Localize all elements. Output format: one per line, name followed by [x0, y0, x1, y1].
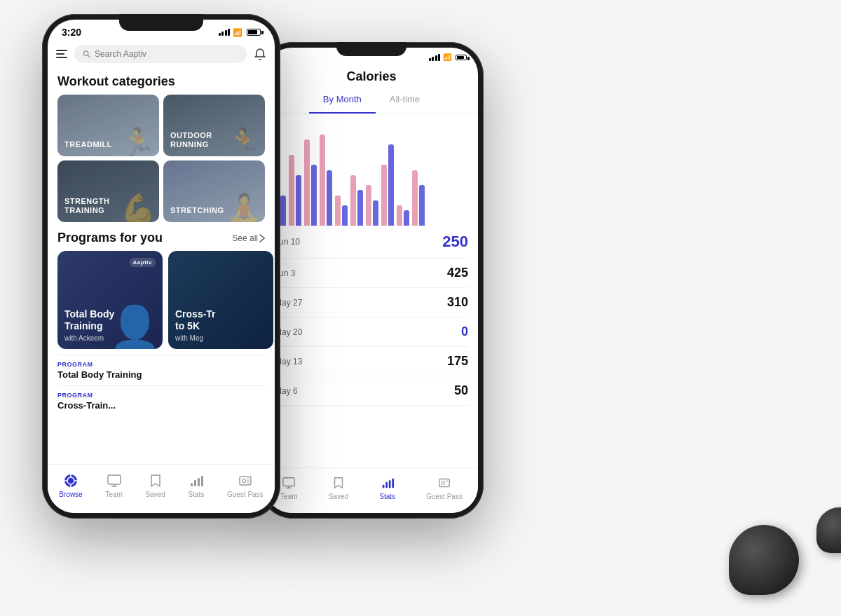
saved-icon: [148, 473, 163, 488]
pink-bar-2: [304, 139, 310, 226]
pink-bar-4: [335, 196, 341, 226]
stats-row-4: May 13175: [275, 347, 468, 376]
back-guestpass-label: Guest Pass: [426, 493, 463, 500]
browse-label: Browse: [59, 491, 82, 498]
stats-icon: [189, 473, 204, 488]
svg-rect-11: [191, 483, 193, 486]
svg-line-1: [88, 55, 90, 57]
svg-rect-24: [385, 482, 388, 488]
chart-bar-group-8: [397, 205, 409, 226]
status-time: 3:20: [62, 27, 81, 38]
search-input[interactable]: [95, 49, 238, 59]
blue-bar-0: [280, 196, 286, 226]
svg-rect-23: [382, 485, 384, 488]
svg-point-28: [442, 481, 445, 485]
tab-all-time[interactable]: All-time: [376, 91, 434, 107]
stats-value-2: 310: [447, 295, 468, 310]
programs-title: Programs for you: [57, 231, 163, 245]
nav-stats[interactable]: Stats: [188, 473, 204, 498]
blue-bar-1: [296, 175, 301, 226]
team-label: Team: [105, 491, 122, 498]
program-card-cross-train[interactable]: Cross-Trto 5K with Meg: [168, 251, 273, 349]
blue-bar-6: [373, 200, 378, 226]
chart-bar-group-7: [381, 144, 394, 226]
program-name-1: Total Body Training: [57, 369, 265, 380]
see-all-link[interactable]: See all: [232, 233, 265, 243]
blue-bar-5: [357, 190, 363, 226]
saved-label: Saved: [145, 491, 165, 498]
svg-rect-12: [194, 480, 196, 486]
pink-bar-3: [320, 135, 325, 226]
back-phone: 📶 Calories By Month All-time Jun 10250Ju…: [259, 42, 484, 519]
category-outdoor[interactable]: 🏃 OUTDOORRUNNING: [163, 95, 265, 156]
bell-icon[interactable]: [254, 48, 266, 60]
stats-row-2: May 27310: [275, 288, 468, 317]
stats-value-1: 425: [447, 266, 468, 280]
earbud-main: [729, 525, 799, 595]
back-nav-stats[interactable]: Stats: [379, 475, 395, 500]
program-tag-2: PROGRAM: [57, 392, 265, 399]
program-card-2-title: Cross-Trto 5K: [175, 308, 216, 332]
pink-bar-6: [366, 185, 371, 226]
blue-bar-7: [388, 144, 394, 226]
earbud-small: [816, 507, 841, 553]
menu-icon[interactable]: [56, 50, 67, 58]
nav-team[interactable]: Team: [105, 473, 122, 498]
pink-bar-1: [289, 155, 294, 226]
nav-guestpass[interactable]: Guest Pass: [227, 473, 264, 498]
category-stretching[interactable]: 🧘 STRETCHING: [163, 160, 265, 222]
svg-point-16: [242, 479, 245, 482]
back-guestpass-icon: [437, 475, 452, 491]
back-stats-icon: [380, 475, 395, 491]
outdoor-figure: 🏃: [226, 128, 261, 156]
back-nav-team[interactable]: Team: [280, 475, 297, 500]
chevron-right-icon: [259, 234, 265, 242]
back-signal-icon: [429, 54, 441, 61]
program-list-item-2[interactable]: PROGRAM Cross-Train...: [57, 385, 265, 416]
status-icons: 📶: [219, 28, 261, 37]
back-nav-guestpass[interactable]: Guest Pass: [426, 475, 463, 500]
svg-rect-8: [108, 475, 121, 484]
program-card-1-sub: with Ackeem: [64, 334, 114, 342]
search-bar-row: [48, 41, 275, 69]
back-status-icons: 📶: [429, 53, 467, 61]
tab-by-month[interactable]: By Month: [309, 91, 376, 114]
strength-label: STRENGTHTRAINING: [64, 197, 110, 215]
front-phone: 3:20 📶: [42, 14, 280, 519]
back-wifi-icon: 📶: [443, 53, 451, 61]
svg-rect-26: [392, 479, 394, 488]
nav-saved[interactable]: Saved: [145, 473, 165, 498]
strength-figure: 💪: [121, 194, 156, 222]
program-tag-1: PROGRAM: [57, 361, 265, 368]
stats-row-1: Jun 3425: [275, 259, 468, 288]
stats-bottom-nav: Team Saved: [265, 467, 478, 513]
programs-header: Programs for you See all: [48, 222, 275, 251]
back-saved-label: Saved: [329, 493, 348, 500]
pink-bar-9: [412, 170, 418, 226]
team-icon: [107, 473, 122, 488]
back-stats-label: Stats: [379, 493, 395, 500]
category-strength[interactable]: 💪 STRENGTHTRAINING: [57, 160, 159, 222]
notch: [119, 14, 203, 31]
chart-bar-group-5: [350, 175, 363, 226]
stats-label: Stats: [188, 491, 204, 498]
pink-bar-5: [350, 175, 356, 226]
blue-bar-8: [404, 210, 409, 226]
search-box[interactable]: [74, 45, 247, 63]
program-list-item-1[interactable]: PROGRAM Total Body Training: [57, 355, 265, 385]
back-notch: [336, 42, 406, 56]
chart-bar-group-3: [320, 135, 332, 226]
blue-bar-3: [327, 170, 332, 226]
stats-value-3: 0: [461, 324, 468, 339]
program-card-total-body[interactable]: Aaptiv 👤 Total BodyTraining with Ackeem: [57, 251, 163, 349]
wifi-icon: 📶: [233, 28, 242, 37]
category-treadmill[interactable]: 🏃 TREADMILL: [57, 95, 159, 156]
svg-rect-20: [283, 478, 294, 486]
nav-browse[interactable]: Browse: [59, 473, 82, 498]
workout-categories-title: Workout categories: [48, 69, 275, 95]
chart-bar-group-9: [412, 170, 425, 226]
stats-tabs: By Month All-time: [265, 91, 478, 114]
svg-point-0: [83, 51, 88, 55]
stats-value-5: 50: [454, 383, 468, 398]
back-nav-saved[interactable]: Saved: [329, 475, 348, 500]
